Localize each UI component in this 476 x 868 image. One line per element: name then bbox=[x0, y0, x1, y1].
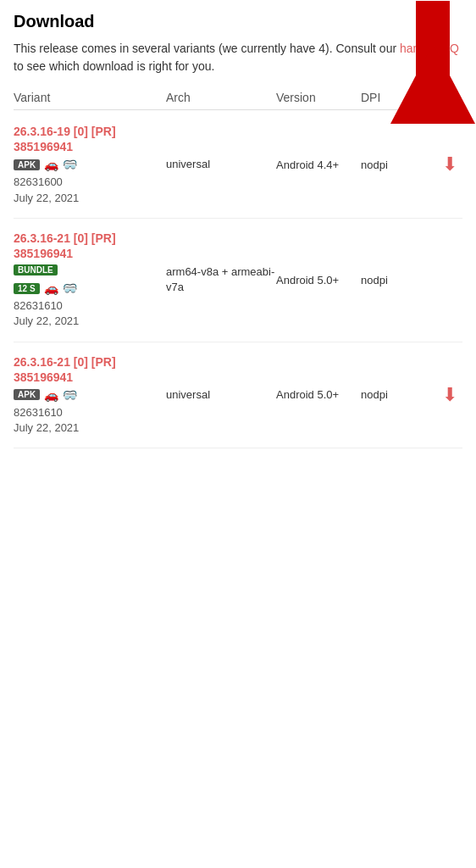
badge-12s-2: 12 S bbox=[14, 283, 40, 294]
table-header: Variant Arch Version DPI bbox=[14, 91, 462, 110]
col-arch: Arch bbox=[166, 91, 276, 104]
version-cell-1: Android 4.4+ bbox=[276, 159, 361, 171]
intro-paragraph: This release comes in several variants (… bbox=[14, 40, 462, 75]
table-row: 26.3.16-19 [0] [PR] 385196941 APK 🚗 🥽 82… bbox=[14, 112, 462, 219]
vr-icon-1: 🥽 bbox=[63, 158, 77, 171]
col-variant: Variant bbox=[14, 91, 166, 104]
intro-text-after: to see which download is right for you. bbox=[14, 59, 214, 73]
download-icon-1[interactable]: ⬇ bbox=[442, 153, 457, 175]
car-icon-1: 🚗 bbox=[44, 158, 58, 171]
variant-cell-3: 26.3.16-21 [0] [PR] 385196941 APK 🚗 🥽 82… bbox=[14, 354, 166, 437]
car-icon-2: 🚗 bbox=[44, 281, 58, 295]
dpi-cell-2: nodpi bbox=[361, 274, 429, 287]
vr-icon-3: 🥽 bbox=[63, 388, 77, 402]
vr-icon-2: 🥽 bbox=[63, 281, 77, 295]
variant-meta-2: 82631610July 22, 2021 bbox=[14, 298, 166, 329]
version-cell-2: Android 5.0+ bbox=[276, 274, 361, 287]
badge-apk-3: APK bbox=[14, 389, 40, 400]
download-cell-3[interactable]: ⬇ bbox=[429, 384, 471, 406]
col-dpi: DPI bbox=[361, 91, 429, 104]
variant-name-2: 26.3.16-21 [0] [PR] 385196941 bbox=[14, 231, 166, 261]
tag-row-1: APK 🚗 🥽 bbox=[14, 158, 166, 171]
car-icon-3: 🚗 bbox=[44, 388, 58, 402]
col-version: Version bbox=[276, 91, 361, 104]
variant-cell-2: 26.3.16-21 [0] [PR] 385196941 BUNDLE 12 … bbox=[14, 231, 166, 330]
arch-cell-3: universal bbox=[166, 387, 276, 403]
variant-cell-1: 26.3.16-19 [0] [PR] 385196941 APK 🚗 🥽 82… bbox=[14, 124, 166, 206]
arch-cell-2: arm64-v8a + armeabi-v7a bbox=[166, 264, 276, 295]
download-cell-1[interactable]: ⬇ bbox=[429, 153, 471, 175]
handy-faq-link[interactable]: handy FAQ bbox=[400, 42, 459, 55]
tag-row-2b: 12 S 🚗 🥽 bbox=[14, 281, 166, 295]
dpi-cell-1: nodpi bbox=[361, 159, 429, 171]
badge-bundle-2: BUNDLE bbox=[14, 264, 58, 275]
table-row: 26.3.16-21 [0] [PR] 385196941 APK 🚗 🥽 82… bbox=[14, 342, 462, 449]
table-row: 26.3.16-21 [0] [PR] 385196941 BUNDLE 12 … bbox=[14, 219, 462, 342]
arch-cell-1: universal bbox=[166, 157, 276, 172]
intro-text-before: This release comes in several variants (… bbox=[14, 42, 400, 55]
variant-meta-1: 82631600July 22, 2021 bbox=[14, 175, 166, 205]
dpi-cell-3: nodpi bbox=[361, 388, 429, 401]
version-cell-3: Android 5.0+ bbox=[276, 388, 361, 401]
variant-name-3: 26.3.16-21 [0] [PR] 385196941 bbox=[14, 354, 166, 385]
download-icon-3[interactable]: ⬇ bbox=[442, 384, 457, 406]
tag-row-2: BUNDLE bbox=[14, 264, 166, 275]
variant-meta-3: 82631610July 22, 2021 bbox=[14, 405, 166, 436]
badge-apk-1: APK bbox=[14, 159, 40, 170]
page-title: Download bbox=[14, 12, 462, 31]
tag-row-3: APK 🚗 🥽 bbox=[14, 388, 166, 402]
col-download bbox=[429, 91, 471, 104]
variant-name-1: 26.3.16-19 [0] [PR] 385196941 bbox=[14, 124, 166, 154]
